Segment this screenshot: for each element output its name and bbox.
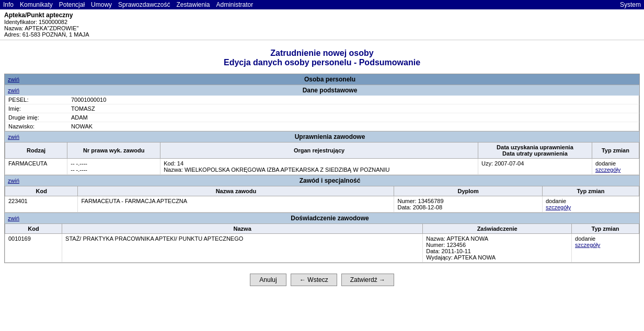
dosw-col-zaswiad: Zaświadczenie	[423, 224, 572, 234]
name-value: APTEKA"ZDROWIE"	[25, 25, 78, 31]
table-row: FARMACEUTA -- -.---- -- -.---- Kod: 14 N…	[5, 159, 639, 175]
identifier-label: Identyfikator:	[4, 19, 37, 25]
name-label: Nazwa:	[4, 25, 24, 31]
zawod-col-nazwa: Nazwa zawodu	[78, 186, 394, 196]
dane-podstawowe-collapse[interactable]: zwiń	[8, 87, 19, 93]
menu-system: System	[620, 1, 641, 8]
dosw-col-nazwa: Nazwa	[62, 224, 423, 234]
zawod-title: Zawód i specjalność	[24, 177, 636, 184]
table-row: 0010169 STAŻ/ PRAKTYKA PRACOWNIKA APTEKI…	[5, 234, 639, 263]
nr-line1: -- -.----	[71, 160, 157, 167]
dosw-col-kod: Kod	[5, 224, 62, 234]
cancel-button[interactable]: Anuluj	[250, 274, 286, 286]
uprawnienia-title: Uprawnienia zawodowe	[24, 133, 636, 140]
up-nr-prawa: -- -.---- -- -.----	[67, 159, 160, 175]
doswiadczenie-collapse[interactable]: zwiń	[8, 215, 19, 221]
pharmacy-name-row: Nazwa: APTEKA"ZDROWIE"	[4, 25, 640, 31]
drugie-imie-value: ADAM	[71, 114, 88, 121]
zawod-header: zwiń Zawód i specjalność	[5, 175, 639, 186]
pharmacy-address: Adres: 61-583 POZNAŃ, 1 MAJA	[4, 31, 640, 38]
page-title-line1: Zatrudnienie nowej osoby	[0, 49, 644, 58]
uprawnienia-collapse[interactable]: zwiń	[8, 134, 19, 140]
organ-kod: Kod: 14	[164, 160, 475, 167]
nazwisko-field: Nazwisko: NOWAK	[5, 122, 639, 131]
imie-label: Imię:	[8, 105, 71, 112]
identifier-value: 150000082	[39, 19, 67, 25]
address-value: 61-583 POZNAŃ, 1 MAJA	[22, 31, 89, 38]
zasw-wydajacy: Wydający: APTEKA NOWA	[426, 254, 568, 261]
up-organ: Kod: 14 Nazwa: WIELKOPOLSKA OKRĘGOWA IZB…	[160, 159, 478, 175]
menu-zestawienia[interactable]: Zestawienia	[176, 1, 210, 8]
uprawnienia-section: zwiń Uprawnienia zawodowe Rodzaj Nr praw…	[5, 131, 639, 175]
menu-administrator[interactable]: Administrator	[216, 1, 254, 8]
menu-bar: Info Komunikaty Potencjał Umowy Sprawozd…	[0, 0, 644, 9]
doswiadczenie-header: zwiń Doświadczenie zawodowe	[5, 213, 639, 223]
col-organ: Organ rejestrujący	[160, 143, 478, 159]
zawod-collapse[interactable]: zwiń	[8, 178, 19, 184]
zawod-dyplom: Numer: 13456789 Data: 2008-12-08	[394, 196, 542, 212]
osoba-personelu-collapse[interactable]: zwiń	[8, 76, 19, 82]
zawod-nazwa: FARMACEUTA - FARMACJA APTECZNA	[78, 196, 394, 212]
menu-info[interactable]: Info	[3, 1, 14, 8]
dosw-kod: 0010169	[5, 234, 62, 263]
col-rodzaj: Rodzaj	[5, 143, 67, 159]
pesel-field: PESEL: 70001000010	[5, 96, 639, 104]
pharmacy-identifier: Identyfikator: 150000082	[4, 19, 640, 25]
dosw-typ-zmian: dodanie szczegóły	[572, 234, 639, 263]
table-row: 223401 FARMACEUTA - FARMACJA APTECZNA Nu…	[5, 196, 639, 212]
zawod-section: zwiń Zawód i specjalność Kod Nazwa zawod…	[5, 175, 639, 212]
menu-sprawozdawczosc[interactable]: Sprawozdawczość	[118, 1, 170, 8]
back-button[interactable]: ← Wstecz	[291, 274, 337, 286]
imie-value: TOMASZ	[71, 105, 95, 112]
zawod-kod: 223401	[5, 196, 78, 212]
zasw-data: Data: 2011-10-11	[426, 248, 568, 254]
bottom-buttons: Anuluj ← Wstecz Zatwierdź →	[0, 265, 644, 297]
confirm-button[interactable]: Zatwierdź →	[341, 274, 394, 286]
dosw-szczegoly-link[interactable]: szczegóły	[575, 242, 600, 248]
up-rodzaj: FARMACEUTA	[5, 159, 67, 175]
imie-field: Imię: TOMASZ	[5, 104, 639, 113]
up-typ-zmian: dodanie szczegóły	[592, 159, 639, 175]
page-title: Zatrudnienie nowej osoby Edycja danych o…	[0, 40, 644, 74]
pharmacy-title: Apteka/Punkt apteczny	[4, 11, 640, 19]
zawod-typ-label: dodanie	[546, 198, 636, 204]
zawod-col-dyplom: Dyplom	[394, 186, 542, 196]
header-info: Apteka/Punkt apteczny Identyfikator: 150…	[0, 9, 644, 40]
menu-potencjal[interactable]: Potencjał	[59, 1, 85, 8]
col-nr-prawa: Nr prawa wyk. zawodu	[67, 143, 160, 159]
menu-komunikaty[interactable]: Komunikaty	[20, 1, 53, 8]
zawod-col-typ: Typ zmian	[542, 186, 639, 196]
dosw-zaswiadczenie: Nazwa: APTEKA NOWA Numer: 123456 Data: 2…	[423, 234, 572, 263]
zawod-col-kod: Kod	[5, 186, 78, 196]
pesel-value: 70001000010	[71, 97, 106, 103]
col-data-line2: Data utraty uprawnienia	[502, 150, 568, 157]
menu-umowy[interactable]: Umowy	[91, 1, 112, 8]
col-data: Data uzyskania uprawnienia Data utraty u…	[478, 143, 592, 159]
osoba-personelu-section: zwiń Osoba personelu zwiń Dane podstawow…	[4, 74, 640, 263]
zawod-typ-zmian: dodanie szczegóły	[542, 196, 639, 212]
uprawnienia-header: zwiń Uprawnienia zawodowe	[5, 132, 639, 142]
zasw-numer: Numer: 123456	[426, 242, 568, 248]
dyplom-numer: Numer: 13456789	[397, 198, 538, 204]
dyplom-data: Data: 2008-12-08	[397, 204, 538, 210]
col-data-line1: Data uzyskania uprawnienia	[497, 144, 573, 150]
osoba-personelu-header: zwiń Osoba personelu	[5, 74, 639, 85]
organ-nazwa: Nazwa: WIELKOPOLSKA OKRĘGOWA IZBA APTEKA…	[164, 167, 475, 173]
doswiadczenie-title: Doświadczenie zawodowe	[24, 215, 636, 222]
page-title-line2: Edycja danych osoby personelu - Podsumow…	[0, 58, 644, 67]
doswiadczenie-section: zwiń Doświadczenie zawodowe Kod Nazwa Za…	[5, 212, 639, 263]
pesel-label: PESEL:	[8, 97, 71, 103]
zawod-table: Kod Nazwa zawodu Dyplom Typ zmian 223401…	[5, 186, 639, 212]
drugie-imie-field: Drugie imię: ADAM	[5, 113, 639, 122]
col-typ-zmian: Typ zmian	[592, 143, 639, 159]
up-szczegoly-link[interactable]: szczegóły	[595, 167, 620, 173]
dane-podstawowe-title: Dane podstawowe	[24, 87, 636, 94]
dosw-typ-label: dodanie	[575, 235, 636, 242]
zawod-szczegoly-link[interactable]: szczegóły	[546, 204, 571, 210]
address-label: Adres:	[4, 31, 21, 38]
nazwisko-label: Nazwisko:	[8, 123, 71, 129]
nr-line2: -- -.----	[71, 167, 157, 173]
osoba-personelu-title: Osoba personelu	[24, 76, 636, 83]
dane-podstawowe-section: zwiń Dane podstawowe PESEL: 70001000010 …	[5, 85, 639, 131]
up-typ-label: dodanie	[595, 160, 636, 167]
